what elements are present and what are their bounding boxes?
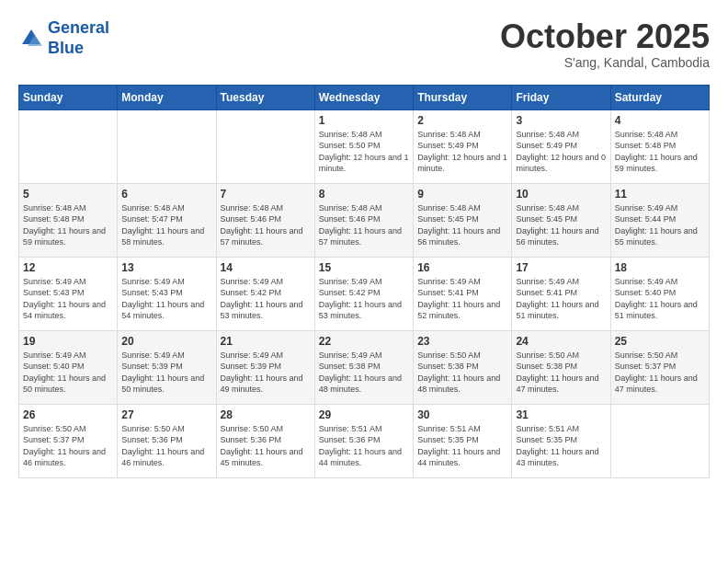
calendar-cell: 16Sunrise: 5:49 AMSunset: 5:41 PMDayligh… xyxy=(414,257,512,330)
calendar-table: SundayMondayTuesdayWednesdayThursdayFrid… xyxy=(18,85,710,478)
day-number: 22 xyxy=(319,335,409,348)
day-info: Sunrise: 5:49 AMSunset: 5:43 PMDaylight:… xyxy=(121,276,211,322)
day-info: Sunrise: 5:49 AMSunset: 5:41 PMDaylight:… xyxy=(516,276,606,322)
calendar-cell xyxy=(216,109,314,183)
day-number: 12 xyxy=(23,261,113,274)
day-number: 2 xyxy=(417,114,507,127)
weekday-header: Saturday xyxy=(610,85,709,109)
calendar-cell: 25Sunrise: 5:50 AMSunset: 5:37 PMDayligh… xyxy=(610,330,709,404)
day-number: 23 xyxy=(417,335,507,348)
calendar-cell: 28Sunrise: 5:50 AMSunset: 5:36 PMDayligh… xyxy=(216,404,314,477)
day-info: Sunrise: 5:49 AMSunset: 5:38 PMDaylight:… xyxy=(319,350,409,396)
calendar-cell: 19Sunrise: 5:49 AMSunset: 5:40 PMDayligh… xyxy=(19,330,118,404)
day-info: Sunrise: 5:49 AMSunset: 5:40 PMDaylight:… xyxy=(615,276,705,322)
weekday-header: Wednesday xyxy=(314,85,413,109)
calendar-cell: 14Sunrise: 5:49 AMSunset: 5:42 PMDayligh… xyxy=(216,257,314,330)
day-info: Sunrise: 5:48 AMSunset: 5:49 PMDaylight:… xyxy=(417,129,507,175)
day-info: Sunrise: 5:48 AMSunset: 5:46 PMDaylight:… xyxy=(319,202,409,248)
day-info: Sunrise: 5:48 AMSunset: 5:48 PMDaylight:… xyxy=(615,129,705,175)
day-info: Sunrise: 5:50 AMSunset: 5:36 PMDaylight:… xyxy=(121,423,211,469)
calendar-week-row: 1Sunrise: 5:48 AMSunset: 5:50 PMDaylight… xyxy=(19,109,710,183)
day-number: 17 xyxy=(516,261,606,274)
day-number: 18 xyxy=(615,261,705,274)
day-number: 13 xyxy=(121,261,211,274)
day-info: Sunrise: 5:51 AMSunset: 5:35 PMDaylight:… xyxy=(417,423,507,469)
calendar-cell: 11Sunrise: 5:49 AMSunset: 5:44 PMDayligh… xyxy=(610,183,709,257)
day-number: 24 xyxy=(516,335,606,348)
day-number: 5 xyxy=(23,188,113,201)
day-number: 30 xyxy=(417,408,507,421)
day-info: Sunrise: 5:48 AMSunset: 5:50 PMDaylight:… xyxy=(319,129,409,175)
weekday-header-row: SundayMondayTuesdayWednesdayThursdayFrid… xyxy=(19,85,710,109)
calendar-cell: 6Sunrise: 5:48 AMSunset: 5:47 PMDaylight… xyxy=(118,183,216,257)
calendar-cell: 5Sunrise: 5:48 AMSunset: 5:48 PMDaylight… xyxy=(19,183,118,257)
calendar-cell: 15Sunrise: 5:49 AMSunset: 5:42 PMDayligh… xyxy=(314,257,413,330)
day-number: 16 xyxy=(417,261,507,274)
day-info: Sunrise: 5:49 AMSunset: 5:42 PMDaylight:… xyxy=(221,276,311,322)
day-number: 20 xyxy=(121,335,211,348)
day-info: Sunrise: 5:48 AMSunset: 5:47 PMDaylight:… xyxy=(121,202,211,248)
day-info: Sunrise: 5:49 AMSunset: 5:44 PMDaylight:… xyxy=(615,202,705,248)
calendar-cell: 3Sunrise: 5:48 AMSunset: 5:49 PMDaylight… xyxy=(512,109,610,183)
calendar-cell: 2Sunrise: 5:48 AMSunset: 5:49 PMDaylight… xyxy=(414,109,512,183)
day-number: 14 xyxy=(221,261,311,274)
calendar-week-row: 12Sunrise: 5:49 AMSunset: 5:43 PMDayligh… xyxy=(19,257,710,330)
day-number: 26 xyxy=(23,408,113,421)
day-number: 7 xyxy=(221,188,311,201)
logo-general: General xyxy=(48,18,109,37)
day-number: 15 xyxy=(319,261,409,274)
day-info: Sunrise: 5:48 AMSunset: 5:45 PMDaylight:… xyxy=(516,202,606,248)
calendar-cell xyxy=(118,109,216,183)
weekday-header: Sunday xyxy=(19,85,118,109)
calendar-week-row: 26Sunrise: 5:50 AMSunset: 5:37 PMDayligh… xyxy=(19,404,710,477)
calendar-cell: 12Sunrise: 5:49 AMSunset: 5:43 PMDayligh… xyxy=(19,257,118,330)
calendar-cell: 21Sunrise: 5:49 AMSunset: 5:39 PMDayligh… xyxy=(216,330,314,404)
day-info: Sunrise: 5:48 AMSunset: 5:49 PMDaylight:… xyxy=(516,129,606,175)
day-number: 10 xyxy=(516,188,606,201)
day-number: 3 xyxy=(516,114,606,127)
calendar-cell: 26Sunrise: 5:50 AMSunset: 5:37 PMDayligh… xyxy=(19,404,118,477)
weekday-header: Friday xyxy=(512,85,610,109)
calendar-cell: 18Sunrise: 5:49 AMSunset: 5:40 PMDayligh… xyxy=(610,257,709,330)
calendar-cell: 27Sunrise: 5:50 AMSunset: 5:36 PMDayligh… xyxy=(118,404,216,477)
calendar-week-row: 5Sunrise: 5:48 AMSunset: 5:48 PMDaylight… xyxy=(19,183,710,257)
page-header: General Blue October 2025 S'ang, Kandal,… xyxy=(18,18,710,70)
day-info: Sunrise: 5:50 AMSunset: 5:38 PMDaylight:… xyxy=(516,350,606,396)
day-number: 19 xyxy=(23,335,113,348)
day-info: Sunrise: 5:48 AMSunset: 5:48 PMDaylight:… xyxy=(23,202,113,248)
day-number: 4 xyxy=(615,114,705,127)
calendar-cell xyxy=(610,404,709,477)
day-info: Sunrise: 5:48 AMSunset: 5:45 PMDaylight:… xyxy=(417,202,507,248)
day-number: 6 xyxy=(121,188,211,201)
calendar-cell: 13Sunrise: 5:49 AMSunset: 5:43 PMDayligh… xyxy=(118,257,216,330)
day-number: 21 xyxy=(221,335,311,348)
calendar-cell xyxy=(19,109,118,183)
calendar-cell: 23Sunrise: 5:50 AMSunset: 5:38 PMDayligh… xyxy=(414,330,512,404)
day-info: Sunrise: 5:49 AMSunset: 5:42 PMDaylight:… xyxy=(319,276,409,322)
day-info: Sunrise: 5:50 AMSunset: 5:37 PMDaylight:… xyxy=(615,350,705,396)
weekday-header: Monday xyxy=(118,85,216,109)
calendar-cell: 17Sunrise: 5:49 AMSunset: 5:41 PMDayligh… xyxy=(512,257,610,330)
calendar-cell: 29Sunrise: 5:51 AMSunset: 5:36 PMDayligh… xyxy=(314,404,413,477)
calendar-cell: 30Sunrise: 5:51 AMSunset: 5:35 PMDayligh… xyxy=(414,404,512,477)
weekday-header: Tuesday xyxy=(216,85,314,109)
logo-blue: Blue xyxy=(48,39,84,57)
calendar-cell: 7Sunrise: 5:48 AMSunset: 5:46 PMDaylight… xyxy=(216,183,314,257)
calendar-week-row: 19Sunrise: 5:49 AMSunset: 5:40 PMDayligh… xyxy=(19,330,710,404)
calendar-cell: 20Sunrise: 5:49 AMSunset: 5:39 PMDayligh… xyxy=(118,330,216,404)
calendar-cell: 4Sunrise: 5:48 AMSunset: 5:48 PMDaylight… xyxy=(610,109,709,183)
location-subtitle: S'ang, Kandal, Cambodia xyxy=(500,55,710,70)
calendar-cell: 9Sunrise: 5:48 AMSunset: 5:45 PMDaylight… xyxy=(414,183,512,257)
logo-icon xyxy=(18,26,44,52)
day-info: Sunrise: 5:48 AMSunset: 5:46 PMDaylight:… xyxy=(221,202,311,248)
day-number: 8 xyxy=(319,188,409,201)
day-info: Sunrise: 5:49 AMSunset: 5:40 PMDaylight:… xyxy=(23,350,113,396)
day-number: 31 xyxy=(516,408,606,421)
day-info: Sunrise: 5:50 AMSunset: 5:37 PMDaylight:… xyxy=(23,423,113,469)
day-info: Sunrise: 5:51 AMSunset: 5:35 PMDaylight:… xyxy=(516,423,606,469)
month-title: October 2025 xyxy=(500,18,710,55)
day-info: Sunrise: 5:50 AMSunset: 5:38 PMDaylight:… xyxy=(417,350,507,396)
calendar-cell: 10Sunrise: 5:48 AMSunset: 5:45 PMDayligh… xyxy=(512,183,610,257)
calendar-cell: 31Sunrise: 5:51 AMSunset: 5:35 PMDayligh… xyxy=(512,404,610,477)
day-number: 9 xyxy=(417,188,507,201)
